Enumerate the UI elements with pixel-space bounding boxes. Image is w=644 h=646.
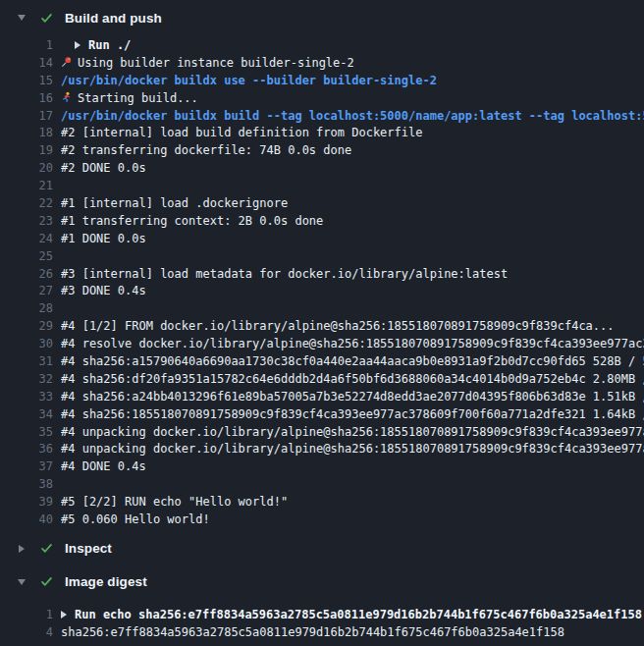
line-number[interactable]: 37 (0, 458, 53, 476)
line-number[interactable]: 17 (0, 108, 53, 126)
log-section-image-digest: Image digest 1 Run echo sha256:e7ff8834a… (0, 568, 644, 642)
log-line: 32 #4 sha256:df20fa9351a15782c64e6dddb2d… (0, 371, 644, 389)
log-line-text: #2 [internal] load build definition from… (61, 125, 644, 142)
command-text: /usr/bin/docker buildx use --builder bui… (61, 74, 437, 87)
section-title: Build and push (65, 11, 162, 26)
log-line: 26 #3 [internal] load metadata for docke… (0, 266, 644, 284)
line-number[interactable]: 30 (0, 336, 53, 353)
log-line: 14 Using builder instance builder-single… (0, 55, 644, 73)
line-number[interactable]: 24 (0, 231, 53, 248)
log-line: 33 #4 sha256:a24bb4013296f61e89ba57005a7… (0, 389, 644, 406)
log-line-text: #4 sha256:df20fa9351a15782c64e6dddb2d4a6… (61, 371, 644, 389)
log-line: 20 #2 DONE 0.0s (0, 160, 644, 178)
line-number[interactable]: 19 (0, 142, 53, 160)
log-line-text: #3 DONE 0.4s (61, 283, 644, 300)
log-line-text: /usr/bin/docker buildx build --tag local… (61, 108, 644, 126)
section-header[interactable]: Build and push (0, 4, 644, 31)
log-line-text: #5 [2/2] RUN echo "Hello world!" (61, 494, 644, 511)
expand-line-arrow-icon[interactable] (75, 41, 80, 49)
log-text: #1 transferring context: 2B 0.0s done (61, 214, 323, 228)
log-line: 38 (0, 476, 644, 494)
log-line: 27 #3 DONE 0.4s (0, 283, 644, 300)
line-number[interactable]: 16 (0, 90, 53, 108)
line-number[interactable]: 21 (0, 178, 53, 195)
log-line: 22 #1 [internal] load .dockerignore (0, 195, 644, 213)
check-success-icon (40, 575, 53, 588)
log-line: 15 /usr/bin/docker buildx use --builder … (0, 73, 644, 90)
line-number[interactable]: 23 (0, 213, 53, 231)
expand-line-arrow-icon[interactable] (61, 611, 67, 619)
line-number[interactable]: 35 (0, 424, 53, 442)
log-line: 17 /usr/bin/docker buildx build --tag lo… (0, 108, 644, 126)
log-line: 18 #2 [internal] load build definition f… (0, 125, 644, 142)
line-number[interactable]: 20 (0, 160, 53, 178)
log-text: #4 sha256:df20fa9351a15782c64e6dddb2d4a6… (61, 372, 644, 386)
line-number[interactable]: 31 (0, 353, 53, 371)
section-lines: 1 Run echo sha256:e7ff8834a5963a2785c5a0… (0, 607, 644, 642)
line-number[interactable]: 40 (0, 511, 53, 529)
line-number[interactable]: 14 (0, 55, 53, 73)
log-line: 19 #2 transferring dockerfile: 74B 0.0s … (0, 142, 644, 160)
run-command-text: Run echo sha256:e7ff8834a5963a2785c5a081… (75, 608, 642, 621)
line-number[interactable]: 38 (0, 476, 53, 494)
log-line: 28 (0, 300, 644, 318)
log-line-text: #4 resolve docker.io/library/alpine@sha2… (61, 336, 644, 353)
log-text: #1 DONE 0.0s (61, 232, 146, 245)
pushpin-emoji (61, 56, 72, 68)
log-line-text: #4 sha256:a15790640a6690aa1730c38cf0a440… (61, 353, 644, 371)
log-line-text: #4 unpacking docker.io/library/alpine@sh… (61, 441, 644, 458)
line-number[interactable]: 22 (0, 195, 53, 213)
log-line: 35 #4 unpacking docker.io/library/alpine… (0, 424, 644, 442)
log-line: 36 #4 unpacking docker.io/library/alpine… (0, 441, 644, 458)
log-line-text: #1 DONE 0.0s (61, 231, 644, 248)
log-text: #5 [2/2] RUN echo "Hello world!" (61, 495, 288, 509)
line-number[interactable]: 28 (0, 300, 53, 318)
section-header[interactable]: Image digest (0, 568, 644, 596)
log-line: 31 #4 sha256:a15790640a6690aa1730c38cf0a… (0, 353, 644, 371)
log-line-text (61, 300, 644, 318)
log-line-text: Starting build... (61, 90, 644, 108)
line-number[interactable]: 26 (0, 266, 53, 284)
line-number[interactable]: 1 (0, 37, 53, 55)
log-line-text: #1 transferring context: 2B 0.0s done (61, 213, 644, 231)
line-number[interactable]: 29 (0, 318, 53, 336)
log-text: #3 [internal] load metadata for docker.i… (61, 267, 508, 281)
check-success-icon (40, 542, 53, 555)
log-line-text (61, 248, 644, 266)
log-section-inspect: Inspect (0, 535, 644, 563)
line-number[interactable]: 15 (0, 73, 53, 90)
section-chevron-icon[interactable] (16, 579, 27, 585)
log-line: 24 #1 DONE 0.0s (0, 231, 644, 248)
log-text: #4 sha256:a15790640a6690aa1730c38cf0a440… (61, 354, 644, 368)
workflow-log: Build and push 1 Run ./ 14 Using builder… (0, 4, 644, 642)
line-number[interactable]: 1 (0, 607, 53, 624)
log-line: 1 Run ./ (0, 37, 644, 55)
section-chevron-icon[interactable] (16, 545, 27, 553)
log-line: 29 #4 [1/2] FROM docker.io/library/alpin… (0, 318, 644, 336)
log-line-text: #5 0.060 Hello world! (61, 511, 644, 529)
log-line: 1 Run echo sha256:e7ff8834a5963a2785c5a0… (0, 607, 644, 624)
log-section-build-and-push: Build and push 1 Run ./ 14 Using builder… (0, 4, 644, 529)
section-header[interactable]: Inspect (0, 535, 644, 563)
line-number[interactable]: 34 (0, 406, 53, 424)
section-title: Inspect (65, 541, 112, 556)
line-number[interactable]: 18 (0, 125, 53, 142)
log-line-text: #2 transferring dockerfile: 74B 0.0s don… (61, 142, 644, 160)
log-text: #1 [internal] load .dockerignore (61, 196, 288, 210)
line-number[interactable]: 39 (0, 494, 53, 511)
line-number[interactable]: 33 (0, 389, 53, 406)
log-line: 25 (0, 248, 644, 266)
section-chevron-icon[interactable] (16, 15, 27, 21)
log-line-text: #3 [internal] load metadata for docker.i… (61, 266, 644, 284)
log-text: #2 [internal] load build definition from… (61, 126, 422, 139)
line-number[interactable]: 32 (0, 371, 53, 389)
log-text: #4 unpacking docker.io/library/alpine@sh… (61, 442, 644, 456)
line-number[interactable]: 27 (0, 283, 53, 300)
log-text: #3 DONE 0.4s (61, 284, 146, 297)
log-line: 4 sha256:e7ff8834a5963a2785c5a0811e979d1… (0, 624, 644, 642)
line-number[interactable]: 25 (0, 248, 53, 266)
line-number[interactable]: 4 (0, 624, 53, 642)
log-line-text: /usr/bin/docker buildx use --builder bui… (61, 73, 644, 90)
line-number[interactable]: 36 (0, 441, 53, 458)
log-line: 37 #4 DONE 0.4s (0, 458, 644, 476)
